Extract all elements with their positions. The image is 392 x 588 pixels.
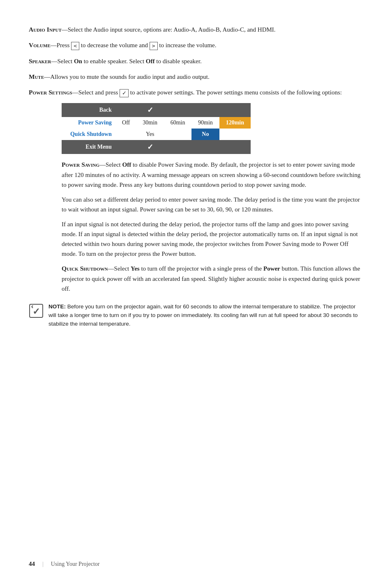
power-settings-term: Power Settings — [29, 89, 72, 96]
quick-shutdown-desc-para: Quick Shutdown—Select Yes to turn off th… — [29, 264, 363, 294]
shutdown-yes: Yes — [136, 129, 164, 140]
table-row-quick-shutdown: Quick Shutdown Yes No — [62, 129, 251, 140]
exit-col1 — [116, 140, 136, 154]
mute-dash: — — [44, 74, 50, 80]
note-box: ✓ NOTE: Before you turn on the projector… — [29, 303, 363, 328]
power-saving-30: 30min — [136, 117, 164, 129]
table-row-back: Back ✓ — [62, 103, 251, 117]
back-col5 — [219, 103, 251, 117]
power-saving-120: 120min — [219, 117, 251, 129]
note-label: NOTE: — [48, 303, 66, 310]
speaker-term: Speaker — [29, 57, 51, 64]
power-saving-desc-term: Power Saving — [62, 161, 99, 168]
back-label: Back — [62, 103, 116, 117]
volume-text-post: to increase the volume. — [158, 42, 217, 48]
speaker-off: Off — [146, 58, 155, 64]
power-saving-90: 90min — [191, 117, 219, 129]
volume-section: Volume—Press < to decrease the volume an… — [29, 40, 363, 50]
mute-text: Allows you to mute the sounds for audio … — [50, 74, 209, 80]
page-content: Audio Input—Select the Audio input sourc… — [29, 25, 363, 328]
back-check: ✓ — [136, 103, 164, 117]
power-saving-desc-para1: Power Saving—Select Off to disable Power… — [29, 160, 363, 190]
quick-shutdown-label: Quick Shutdown — [62, 129, 116, 140]
volume-less-btn: < — [71, 42, 79, 50]
speaker-dash: — — [51, 58, 57, 64]
power-settings-text-post: to activate power settings. The power se… — [129, 89, 342, 96]
page-footer: 44 | Using Your Projector — [29, 560, 99, 567]
power-saving-desc-para2: You can also set a different delay perio… — [29, 195, 363, 214]
power-settings-table: Back ✓ Power Saving Off 30min 60min 90mi… — [62, 103, 251, 154]
quick-shutdown-yes-bold: Yes — [131, 265, 140, 272]
note-text-content: Before you turn on the projector again, … — [48, 303, 357, 327]
shutdown-no: No — [191, 129, 219, 140]
shutdown-col5 — [219, 129, 251, 140]
note-svg-icon: ✓ — [29, 303, 44, 318]
back-col1 — [116, 103, 136, 117]
exit-check: ✓ — [136, 140, 164, 154]
volume-more-btn: > — [150, 42, 158, 50]
footer-separator: | — [42, 561, 44, 567]
speaker-text-pre: Select — [57, 58, 74, 64]
quick-shutdown-desc-dash: — — [108, 265, 114, 272]
note-text-block: NOTE: Before you turn on the projector a… — [48, 303, 363, 328]
note-icon: ✓ — [29, 303, 44, 318]
back-col3 — [164, 103, 191, 117]
audio-input-section: Audio Input—Select the Audio input sourc… — [29, 25, 363, 34]
audio-input-text: Select the Audio input source, options a… — [68, 26, 276, 33]
power-settings-dash: — — [72, 89, 78, 96]
power-saving-off-bold: Off — [122, 161, 131, 168]
volume-term: Volume — [29, 41, 51, 48]
volume-dash: — — [51, 42, 57, 48]
audio-input-term: Audio Input — [29, 26, 62, 33]
svg-text:✓: ✓ — [32, 306, 40, 317]
shutdown-col3 — [164, 129, 191, 140]
quick-shutdown-power-bold: Power — [263, 265, 280, 272]
volume-text-mid: to decrease the volume and — [79, 42, 150, 48]
speaker-text-post: to disable speaker. — [155, 58, 202, 64]
mute-section: Mute—Allows you to mute the sounds for a… — [29, 72, 363, 82]
power-settings-check-icon: ✓ — [120, 89, 129, 97]
power-settings-section: Power Settings—Select and press ✓ to act… — [29, 87, 363, 97]
exit-col4 — [191, 140, 219, 154]
page-number: 44 — [29, 560, 35, 567]
exit-label: Exit Menu — [62, 140, 116, 154]
mute-term: Mute — [29, 73, 44, 80]
back-col4 — [191, 103, 219, 117]
power-settings-table-wrap: Back ✓ Power Saving Off 30min 60min 90mi… — [62, 103, 363, 154]
table-row-exit: Exit Menu ✓ — [62, 140, 251, 154]
power-saving-off: Off — [116, 117, 136, 129]
power-saving-60: 60min — [164, 117, 191, 129]
power-saving-label: Power Saving — [62, 117, 116, 129]
speaker-text-mid: to enable speaker. Select — [82, 58, 146, 64]
volume-text-pre: Press — [57, 42, 71, 48]
table-row-power-saving: Power Saving Off 30min 60min 90min 120mi… — [62, 117, 251, 129]
power-settings-text-pre: Select and press — [78, 89, 120, 96]
footer-label: Using Your Projector — [51, 561, 100, 567]
quick-shutdown-desc-term: Quick Shutdown — [62, 265, 108, 272]
speaker-on: On — [74, 58, 82, 64]
shutdown-col1 — [116, 129, 136, 140]
exit-col5 — [219, 140, 251, 154]
power-saving-desc-dash: — — [99, 161, 106, 168]
audio-input-dash: — — [62, 26, 68, 33]
power-saving-desc-para3: If an input signal is not detected durin… — [29, 219, 363, 259]
speaker-section: Speaker—Select On to enable speaker. Sel… — [29, 56, 363, 66]
exit-col3 — [164, 140, 191, 154]
